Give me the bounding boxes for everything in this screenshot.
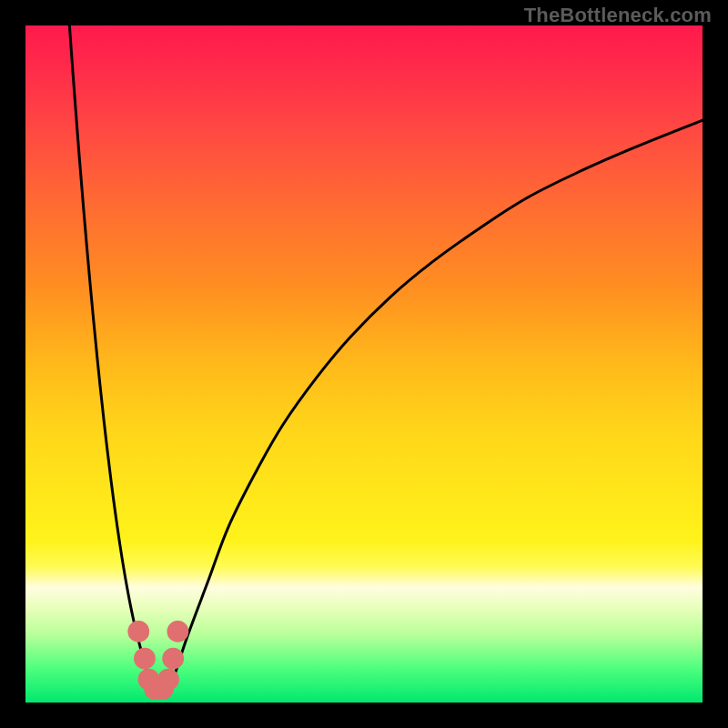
marker-dot-6 bbox=[162, 648, 184, 670]
curve-right-branch bbox=[169, 120, 703, 689]
plot-area bbox=[25, 25, 703, 703]
chart-frame: TheBottleneck.com bbox=[0, 0, 728, 728]
marker-dot-0 bbox=[127, 621, 149, 642]
curve-left-branch bbox=[69, 25, 152, 689]
bottleneck-curve bbox=[69, 25, 703, 689]
marker-dot-5 bbox=[157, 669, 179, 691]
marker-dot-1 bbox=[134, 648, 156, 670]
curve-layer bbox=[25, 25, 703, 703]
marker-dots-group bbox=[127, 621, 188, 700]
marker-dot-7 bbox=[167, 621, 189, 642]
branding-watermark: TheBottleneck.com bbox=[524, 4, 712, 27]
